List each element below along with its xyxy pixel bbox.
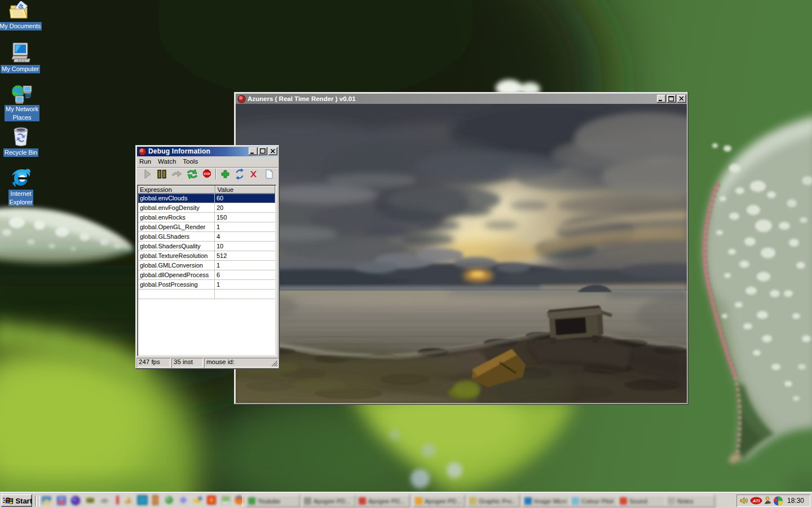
svg-text:ATI: ATI xyxy=(752,498,760,503)
svg-text:STOP: STOP xyxy=(204,173,210,176)
